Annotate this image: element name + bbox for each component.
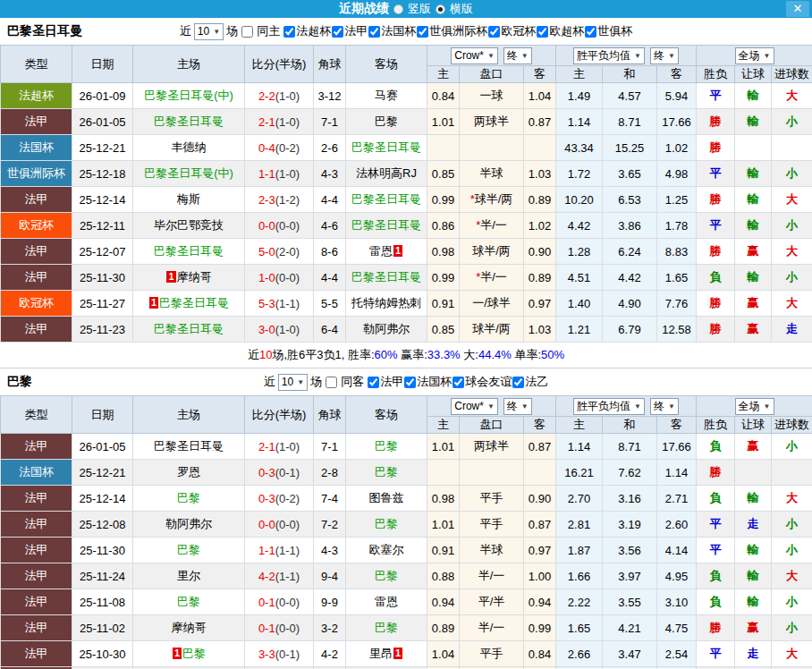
handicap-cell: 两球半 bbox=[460, 434, 524, 460]
result-cell: 勝 bbox=[697, 135, 735, 161]
avg-away-cell: 1.14 bbox=[657, 460, 697, 486]
league-label: 法国杯 bbox=[417, 374, 452, 390]
result-cell: 負 bbox=[697, 563, 735, 589]
goals-result-cell: 小 bbox=[772, 538, 812, 563]
handicap-result-cell bbox=[735, 135, 772, 161]
filter-controls: 近 10▼ 场 同客 法甲法国杯球会友谊法乙 bbox=[264, 374, 548, 391]
league-label: 法超杯 bbox=[296, 23, 331, 39]
league-label: 球会友谊 bbox=[465, 374, 512, 390]
league-checkbox[interactable] bbox=[512, 377, 524, 388]
league-checkbox[interactable] bbox=[332, 26, 343, 38]
sub-away-odds: 客 bbox=[524, 417, 556, 434]
score-cell: 2-3(1-2) bbox=[245, 187, 314, 213]
avg-time-select[interactable]: 终▼ bbox=[650, 398, 679, 415]
avg-draw-cell: 8.71 bbox=[603, 434, 657, 460]
same-home-checkbox[interactable] bbox=[241, 26, 253, 38]
sub-handicap: 盘口 bbox=[460, 66, 524, 83]
team-label: 巴黎 bbox=[375, 439, 398, 453]
league-checkbox[interactable] bbox=[404, 377, 416, 388]
red-card-badge: 1 bbox=[149, 297, 158, 309]
team-label: 勒阿弗尔 bbox=[363, 322, 410, 335]
halftime-score: (0-1) bbox=[275, 466, 300, 479]
close-icon[interactable]: ✕ bbox=[786, 1, 809, 17]
league-checkbox[interactable] bbox=[368, 26, 380, 38]
handicap-star: * bbox=[476, 218, 480, 232]
handicap-cell: 一球 bbox=[460, 83, 524, 109]
type-cell: 法甲 bbox=[1, 538, 72, 563]
away-team-cell: 巴黎 bbox=[346, 512, 427, 538]
team-label: 巴黎圣日耳曼 bbox=[159, 296, 229, 309]
col-corner: 角球 bbox=[314, 46, 346, 83]
team-label: 马赛 bbox=[375, 89, 398, 102]
handicap-result-cell: 輸 bbox=[735, 83, 772, 109]
odds-time-select[interactable]: 终▼ bbox=[503, 47, 532, 64]
avg-select[interactable]: 胜平负均值▼ bbox=[573, 398, 645, 415]
league-checkbox[interactable] bbox=[368, 377, 379, 388]
avg-away-cell: 8.83 bbox=[657, 239, 697, 265]
away-team-cell: 马赛 bbox=[346, 83, 427, 109]
odds-time-select[interactable]: 终▼ bbox=[503, 398, 532, 415]
chevron-down-icon: ▼ bbox=[521, 402, 529, 411]
avg-away-cell: 4.14 bbox=[657, 538, 697, 563]
avg-draw-cell: 3.16 bbox=[603, 486, 657, 512]
bookmaker-select[interactable]: Crow*▼ bbox=[451, 398, 498, 415]
avg-select[interactable]: 胜平负均值▼ bbox=[573, 47, 645, 64]
fulltime-select[interactable]: 全场▼ bbox=[735, 398, 774, 415]
league-checkbox[interactable] bbox=[537, 26, 548, 38]
away-odds-cell bbox=[524, 135, 556, 161]
result-cell: 勝 bbox=[697, 187, 735, 213]
corners-cell: 7-1 bbox=[314, 434, 346, 460]
team-label: 巴黎 bbox=[177, 543, 200, 556]
league-checkbox[interactable] bbox=[453, 377, 464, 388]
team-label: 巴黎圣日耳曼 bbox=[154, 244, 224, 258]
league-label: 欧冠杯 bbox=[501, 23, 536, 39]
result-cell: 勝 bbox=[697, 317, 735, 343]
home-team-cell: 摩纳哥 bbox=[133, 615, 245, 641]
match-row: 欧冠杯25-12-11毕尔巴鄂竞技0-0(0-0)4-6巴黎圣日耳曼0.86*半… bbox=[1, 213, 812, 239]
team-label: 巴黎圣日耳曼(中) bbox=[144, 166, 233, 180]
red-card-badge: 1 bbox=[393, 648, 402, 659]
league-checkbox[interactable] bbox=[585, 26, 596, 38]
horizontal-layout-radio[interactable] bbox=[436, 4, 445, 14]
bookmaker-select[interactable]: Crow*▼ bbox=[451, 47, 498, 64]
recent-count-select[interactable]: 10▼ bbox=[278, 374, 308, 391]
team-label: 巴黎 bbox=[177, 595, 200, 608]
date-cell: 26-01-09 bbox=[72, 83, 133, 109]
date-cell: 25-12-08 bbox=[72, 512, 133, 538]
match-row: 法甲25-11-02摩纳哥0-1(0-0)3-2巴黎0.89半/一0.991.6… bbox=[1, 615, 812, 641]
type-cell: 法甲 bbox=[1, 486, 72, 512]
handicap-result-cell: 走 bbox=[735, 641, 772, 667]
recent-count-select[interactable]: 10▼ bbox=[194, 23, 224, 40]
vertical-layout-radio[interactable] bbox=[393, 4, 403, 14]
fulltime-score: 0-1 bbox=[258, 596, 275, 609]
team-label: 巴黎圣日耳曼 bbox=[351, 218, 421, 232]
corners-cell: 6-4 bbox=[314, 317, 346, 343]
handicap-result-cell: 赢 bbox=[735, 615, 772, 641]
matches-table-paris: 类型 日期 主场 比分(半场) 角球 客场 Crow*▼ 终▼ 胜平负均值▼ 终… bbox=[0, 395, 812, 669]
home-odds-cell: 0.91 bbox=[427, 538, 460, 563]
league-checkbox[interactable] bbox=[488, 26, 500, 38]
score-cell: 0-0(0-0) bbox=[245, 213, 314, 239]
home-team-cell: 巴黎圣日耳曼 bbox=[133, 317, 245, 343]
team-label: 巴黎 bbox=[375, 517, 398, 530]
col-home: 主场 bbox=[133, 396, 245, 434]
fulltime-score: 1-1 bbox=[258, 167, 275, 181]
home-odds-cell: 0.86 bbox=[427, 213, 460, 239]
home-team-cell: 毕尔巴鄂竞技 bbox=[133, 213, 245, 239]
same-away-checkbox[interactable] bbox=[326, 377, 337, 388]
avg-time-select[interactable]: 终▼ bbox=[650, 47, 679, 64]
league-checkbox[interactable] bbox=[417, 26, 428, 38]
match-row: 法国杯25-12-21丰德纳0-4(0-2)2-6巴黎圣日耳曼43.3415.2… bbox=[1, 135, 812, 161]
handicap-cell: 一/球半 bbox=[460, 291, 524, 317]
team-label: 里尔 bbox=[177, 569, 200, 582]
avg-draw-cell: 8.71 bbox=[603, 109, 657, 135]
corners-cell: 8-6 bbox=[314, 239, 346, 265]
fulltime-select[interactable]: 全场▼ bbox=[735, 47, 774, 64]
chevron-down-icon: ▼ bbox=[668, 402, 675, 411]
away-team-cell: 巴黎圣日耳曼 bbox=[346, 265, 427, 291]
handicap-cell: 平/半 bbox=[460, 589, 524, 615]
league-checkbox[interactable] bbox=[283, 26, 295, 38]
col-date: 日期 bbox=[72, 396, 133, 434]
sub-avg-draw: 和 bbox=[603, 66, 657, 83]
halftime-score: (0-0) bbox=[275, 622, 300, 635]
